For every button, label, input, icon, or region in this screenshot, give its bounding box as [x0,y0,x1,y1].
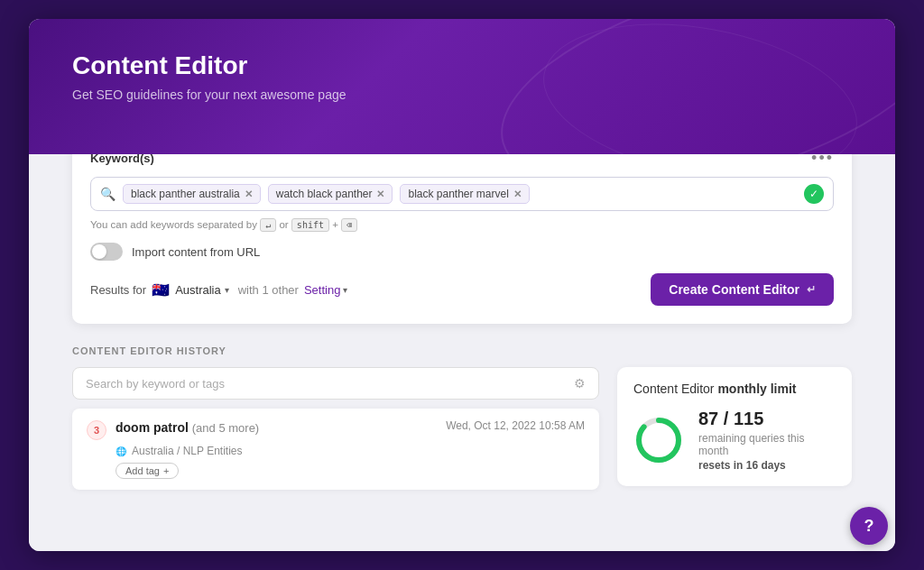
limit-reset: resets in 16 days [698,459,836,472]
tag-close-icon[interactable]: ✕ [245,188,253,200]
results-for-text: Results for [90,283,146,297]
limit-title: Content Editor monthly limit [633,382,836,396]
toggle-knob [92,244,106,259]
keywords-search-bar[interactable]: 🔍 black panther australia ✕ watch black … [90,177,834,211]
tag-close-icon[interactable]: ✕ [513,188,522,200]
limit-desc: remaining queries this month [698,432,836,457]
history-item-main: doom patrol (and 5 more) [116,419,437,436]
main-content: Keyword(s) ••• 🔍 black panther australia… [29,154,895,551]
svg-point-1 [639,420,679,460]
results-left: Results for 🇦🇺 Australia ▾ with 1 other … [90,281,347,299]
backspace-key-hint: ⌫ [341,218,357,232]
keywords-label: Keyword(s) [90,154,154,165]
results-row: Results for 🇦🇺 Australia ▾ with 1 other … [90,273,834,306]
history-item-meta: 🌐 Australia / NLP Entities [116,445,585,457]
tag-watch-black-panther: watch black panther ✕ [268,184,393,204]
setting-button[interactable]: Setting ▾ [304,283,347,297]
hint-text: You can add keywords separated by ↵ or s… [90,218,834,232]
donut-chart [633,415,684,465]
history-title: CONTENT EDITOR HISTORY [72,345,852,356]
limit-numbers: 87 / 115 [698,409,836,429]
separator-text: with 1 other [238,283,299,297]
country-selector[interactable]: Australia ▾ [175,283,229,297]
search-icon: 🔍 [100,187,116,201]
create-content-editor-button[interactable]: Create Content Editor ↵ [651,273,834,306]
limit-card: Content Editor monthly limit 87 / 115 [617,367,852,486]
history-left-panel: Search by keyword or tags ⚙ 3 doom patro… [72,367,599,490]
shift-key-hint: shift [291,218,329,232]
help-button[interactable]: ? [850,507,888,545]
tag-black-panther-australia: black panther australia ✕ [123,184,261,204]
history-section: CONTENT EDITOR HISTORY Search by keyword… [72,345,852,490]
dots-menu-button[interactable]: ••• [811,154,834,168]
page-header: Content Editor Get SEO guidelines for yo… [29,19,895,154]
tag-text: watch black panther [276,188,373,200]
page-subtitle: Get SEO guidelines for your next awesome… [72,87,852,102]
globe-icon: 🌐 [116,446,126,456]
history-item-title: doom patrol (and 5 more) [116,420,259,435]
tag-text: black panther australia [131,188,240,200]
filter-icon[interactable]: ⚙ [574,376,586,391]
history-content: Search by keyword or tags ⚙ 3 doom patro… [72,367,852,490]
history-item-location: Australia / NLP Entities [132,445,243,457]
import-url-toggle[interactable] [90,243,123,261]
tag-close-icon[interactable]: ✕ [376,188,384,200]
enter-key-hint: ↵ [260,218,276,232]
import-url-toggle-row: Import content from URL [90,243,834,261]
tag-black-panther-marvel: black panther marvel ✕ [400,184,529,204]
add-tag-button[interactable]: Add tag + [116,463,179,479]
limit-info: 87 / 115 remaining queries this month re… [698,409,836,472]
history-item-header: 3 doom patrol (and 5 more) Wed, Oct 12, … [87,419,585,440]
check-icon: ✓ [804,184,824,204]
australia-flag-icon: 🇦🇺 [152,281,170,299]
search-history-bar[interactable]: Search by keyword or tags ⚙ [72,367,599,400]
enter-icon: ↵ [807,283,816,296]
plus-icon: + [163,465,169,476]
donut-row: 87 / 115 remaining queries this month re… [633,409,836,472]
history-item-date: Wed, Oct 12, 2022 10:58 AM [446,419,585,432]
search-history-placeholder: Search by keyword or tags [86,377,225,391]
history-item: 3 doom patrol (and 5 more) Wed, Oct 12, … [72,409,599,490]
history-item-more: (and 5 more) [192,421,259,435]
tag-text: black panther marvel [408,188,508,200]
limit-card-container: Content Editor monthly limit 87 / 115 [617,367,852,490]
keywords-header: Keyword(s) ••• [90,154,834,168]
toggle-label: Import content from URL [132,245,260,259]
tags-container: black panther australia ✕ watch black pa… [123,184,797,204]
keywords-card: Keyword(s) ••• 🔍 black panther australia… [72,154,852,324]
chevron-down-icon: ▾ [225,285,229,295]
page-title: Content Editor [72,51,852,80]
badge-number: 3 [87,420,106,440]
chevron-down-icon: ▾ [343,285,347,295]
